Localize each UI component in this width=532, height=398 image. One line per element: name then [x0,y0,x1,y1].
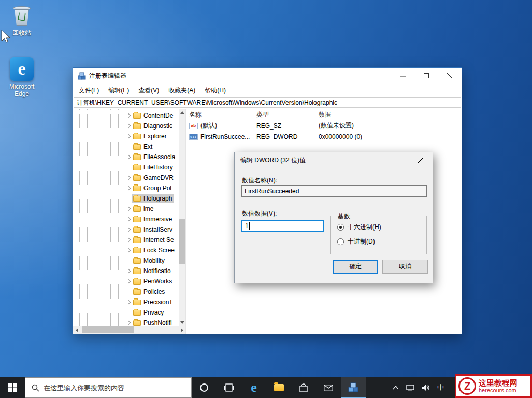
tray-expand-icon[interactable] [393,386,399,390]
watermark-site-name: 这里教程网 [479,379,517,388]
scroll-down-icon[interactable] [179,319,185,326]
taskbar-search-box[interactable] [25,377,192,398]
chevron-right-icon[interactable] [125,153,132,161]
tree-item-diagnostic[interactable]: Diagnostic [73,121,179,131]
chevron-right-icon[interactable] [125,133,132,140]
radio-hexadecimal[interactable]: 十六进制(H) [337,223,381,232]
tree-item-mobility[interactable]: Mobility [73,255,179,266]
tree-item-label: FileHistory [143,164,173,171]
taskbar-cortana-button[interactable] [192,377,217,398]
chevron-right-icon [125,288,132,295]
radio-checked-icon[interactable] [337,224,344,231]
chevron-right-icon[interactable] [125,267,132,275]
volume-icon[interactable] [422,384,430,391]
tree-item-explorer[interactable]: Explorer [73,131,179,141]
tree-item-fileassocia[interactable]: FileAssocia [73,152,179,162]
menu-favorites[interactable]: 收藏夹(A) [164,84,200,97]
cancel-button[interactable]: 取消 [382,260,428,274]
title-bar[interactable]: 注册表编辑器 [73,68,462,84]
tree-item-contentde[interactable]: ContentDe [73,110,179,121]
close-button[interactable] [438,68,462,84]
menu-help[interactable]: 帮助(H) [200,84,231,97]
tree-item-notificatio[interactable]: Notificatio [73,266,179,276]
ok-button[interactable]: 确定 [333,260,378,274]
column-header-type[interactable]: 类型 [253,109,315,120]
address-input[interactable] [74,97,461,108]
start-button[interactable] [0,377,25,398]
chevron-right-icon[interactable] [125,226,132,233]
tree-item-holographic-selected[interactable]: Holograph [73,193,179,204]
folder-icon [133,268,141,274]
chevron-right-icon[interactable] [125,236,132,244]
search-input[interactable] [44,384,191,392]
chevron-right-icon[interactable] [125,174,132,181]
menu-bar: 文件(F) 编辑(E) 查看(V) 收藏夹(A) 帮助(H) [73,84,462,97]
value-row-default[interactable]: (默认) REG_SZ (数值未设置) [186,120,462,131]
vertical-scroll-thumb[interactable] [179,219,185,264]
tree-item-penworks[interactable]: PenWorks [73,276,179,287]
tree-item-filehistory[interactable]: FileHistory [73,162,179,173]
value-row-firstrunsucceeded[interactable]: FirstRunSuccee... REG_DWORD 0x00000000 (… [186,131,462,142]
radio-dec-label: 十进制(D) [348,237,375,246]
value-name-field[interactable]: FirstRunSucceeded [241,185,427,197]
folder-icon [133,196,141,202]
radio-decimal[interactable]: 十进制(D) [337,237,375,246]
scroll-right-icon[interactable] [178,326,186,334]
taskbar-mail-button[interactable] [316,377,341,398]
tree-item-privacy[interactable]: Privacy [73,307,179,318]
tree-item-label: ime [143,205,153,212]
chevron-right-icon[interactable] [125,216,132,223]
taskbar-regedit-button[interactable] [341,377,366,398]
ime-indicator[interactable]: 中 [437,383,444,392]
tree-item-immersive[interactable]: Immersive [73,214,179,224]
chevron-right-icon[interactable] [125,247,132,254]
tree-item-precisiont[interactable]: PrecisionT [73,297,179,307]
value-data-input[interactable]: 1 [241,220,324,232]
radio-unchecked-icon[interactable] [337,238,344,245]
chevron-right-icon[interactable] [125,112,132,119]
chevron-right-icon[interactable] [125,122,132,130]
folder-icon [133,154,141,160]
chevron-right-icon[interactable] [125,205,132,212]
scroll-left-icon[interactable] [73,326,81,334]
search-icon [32,384,39,392]
tree-item-ime[interactable]: ime [73,204,179,214]
watermark-logo-icon [458,377,476,395]
network-icon[interactable] [406,385,414,391]
column-header-name[interactable]: 名称 [186,109,253,120]
maximize-button[interactable] [415,68,438,84]
tree-item-grouppol[interactable]: Group Pol [73,183,179,193]
tree-item-ext[interactable]: Ext [73,141,179,152]
tree-item-installserv[interactable]: InstallServ [73,224,179,235]
chevron-right-icon[interactable] [125,319,132,326]
tree-vertical-scrollbar[interactable] [179,109,185,326]
scroll-up-icon[interactable] [179,109,185,116]
taskbar-edge-button[interactable] [241,377,266,398]
dialog-title-bar[interactable]: 编辑 DWORD (32 位)值 [235,152,433,168]
tree-item-lockscree[interactable]: Lock Scree [73,245,179,255]
tree-item-gamedvr[interactable]: GameDVR [73,173,179,183]
chevron-right-icon[interactable] [125,184,132,192]
tree-horizontal-scrollbar[interactable] [73,326,186,334]
folder-icon [133,113,141,119]
taskbar-taskview-button[interactable] [217,377,241,398]
chevron-right-icon[interactable] [125,298,132,306]
horizontal-scroll-thumb[interactable] [82,326,134,333]
taskbar-store-button[interactable] [291,377,316,398]
menu-file[interactable]: 文件(F) [74,84,104,97]
list-header: 名称 类型 数据 [186,109,462,120]
minimize-button[interactable] [392,68,415,84]
folder-icon [133,279,141,285]
chevron-right-icon[interactable] [125,278,132,285]
dialog-title: 编辑 DWORD (32 位)值 [240,156,409,165]
tree-item-policies[interactable]: Policies [73,287,179,297]
tree-item-internetse[interactable]: Internet Se [73,235,179,245]
tree-item-label: Holograph [143,195,172,202]
menu-view[interactable]: 查看(V) [134,84,164,97]
column-header-data[interactable]: 数据 [315,109,462,120]
dialog-close-button[interactable] [409,152,433,168]
menu-edit[interactable]: 编辑(E) [104,84,134,97]
taskbar-explorer-button[interactable] [266,377,291,398]
tree-item-label: Policies [143,288,165,295]
desktop-icon-edge[interactable]: Microsoft Edge [3,57,40,97]
